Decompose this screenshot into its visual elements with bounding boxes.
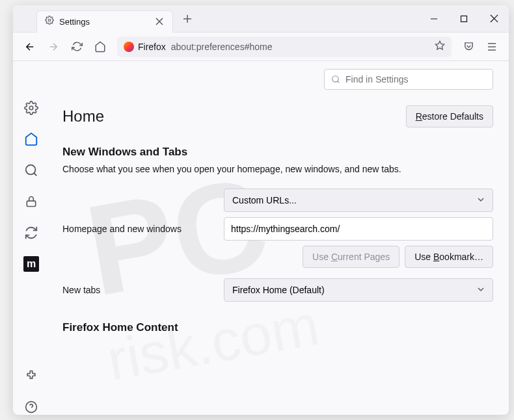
settings-search[interactable] <box>324 69 493 90</box>
svg-rect-1 <box>461 16 467 21</box>
settings-sidebar: m <box>13 61 49 415</box>
chevron-down-icon <box>477 285 485 295</box>
home-section-icon[interactable] <box>23 131 39 147</box>
svg-point-5 <box>29 106 33 110</box>
minimize-button[interactable] <box>419 5 449 33</box>
nav-toolbar: Firefox about:preferences#home <box>13 33 509 61</box>
bookmark-star-icon[interactable] <box>435 40 445 53</box>
newtabs-select-value: Firefox Home (Default) <box>232 285 325 295</box>
section-firefox-home-content: Firefox Home Content <box>62 321 493 334</box>
home-button[interactable] <box>90 36 111 57</box>
identity-label: Firefox <box>138 42 166 52</box>
svg-point-10 <box>332 76 338 82</box>
svg-point-0 <box>48 19 51 21</box>
svg-rect-7 <box>27 201 35 206</box>
firefox-icon <box>124 42 134 52</box>
use-current-pages-button[interactable]: Use Current Pages <box>303 246 399 268</box>
new-tab-button[interactable] <box>178 10 196 28</box>
search-icon <box>331 75 340 84</box>
back-button[interactable] <box>20 36 40 57</box>
menu-button[interactable] <box>481 36 502 57</box>
chevron-down-icon <box>477 195 485 205</box>
newtabs-select[interactable]: Firefox Home (Default) <box>224 278 493 302</box>
close-icon[interactable] <box>154 16 165 27</box>
homepage-select-value: Custom URLs... <box>232 195 297 205</box>
forward-button[interactable] <box>43 36 64 57</box>
use-bookmark-button[interactable]: Use Bookmark… <box>405 246 493 268</box>
homepage-field-label: Homepage and new windows <box>62 224 216 234</box>
settings-main: Home Restore Defaults New Windows and Ta… <box>49 61 509 415</box>
section-new-windows-tabs: New Windows and Tabs <box>62 146 493 159</box>
tab-title: Settings <box>59 17 149 27</box>
more-from-mozilla-icon[interactable]: m <box>23 256 39 272</box>
settings-search-input[interactable] <box>345 74 486 85</box>
search-section-icon[interactable] <box>23 163 39 178</box>
reload-button[interactable] <box>66 36 87 57</box>
browser-window: Settings Firefox about:preferences#home <box>13 5 509 415</box>
extensions-icon[interactable] <box>23 368 39 384</box>
help-icon[interactable] <box>23 399 39 415</box>
window-controls <box>419 5 509 33</box>
svg-point-6 <box>26 165 36 175</box>
browser-tab[interactable]: Settings <box>36 10 173 33</box>
newtabs-label: New tabs <box>62 285 216 295</box>
close-window-button[interactable] <box>479 5 509 33</box>
url-bar[interactable]: Firefox about:preferences#home <box>117 36 452 57</box>
pocket-button[interactable] <box>458 36 479 57</box>
homepage-mode-select[interactable]: Custom URLs... <box>224 189 493 212</box>
section-description: Choose what you see when you open your h… <box>62 164 493 174</box>
firefox-identity: Firefox <box>124 42 166 52</box>
general-icon[interactable] <box>23 100 39 116</box>
content-area: PCrisk.com m Home Restore Defaults <box>13 61 509 415</box>
gear-icon <box>45 16 54 27</box>
homepage-url-input[interactable] <box>224 217 493 241</box>
titlebar: Settings <box>13 5 509 33</box>
privacy-icon[interactable] <box>23 194 39 209</box>
sync-icon[interactable] <box>23 225 39 241</box>
page-title: Home <box>62 107 104 125</box>
url-text: about:preferences#home <box>171 42 273 52</box>
restore-defaults-button[interactable]: Restore Defaults <box>406 105 493 127</box>
maximize-button[interactable] <box>449 5 479 33</box>
svg-marker-2 <box>435 41 444 49</box>
